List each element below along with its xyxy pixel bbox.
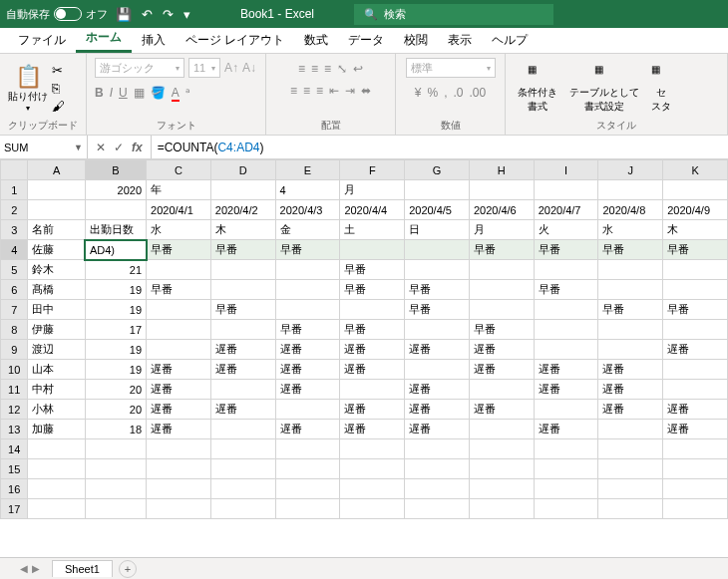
align-top-icon[interactable]: ≡ bbox=[298, 62, 305, 76]
cell[interactable] bbox=[663, 180, 728, 200]
col-header[interactable]: E bbox=[275, 160, 340, 180]
cell[interactable]: 遅番 bbox=[598, 360, 663, 380]
cell[interactable] bbox=[85, 439, 146, 459]
format-painter-icon[interactable]: 🖌 bbox=[52, 99, 65, 114]
tab-data[interactable]: データ bbox=[338, 28, 394, 53]
cell[interactable]: 遅番 bbox=[275, 360, 340, 380]
cell[interactable]: 早番 bbox=[147, 280, 211, 300]
cell[interactable]: 遅番 bbox=[210, 340, 275, 360]
wrap-text-icon[interactable]: ↩ bbox=[353, 62, 363, 76]
row-header[interactable]: 14 bbox=[1, 439, 28, 459]
row-header[interactable]: 8 bbox=[1, 320, 28, 340]
dec-decimal-icon[interactable]: .00 bbox=[470, 86, 487, 100]
cell[interactable]: 遅番 bbox=[340, 360, 405, 380]
col-header[interactable]: H bbox=[469, 160, 534, 180]
cell[interactable]: 遅番 bbox=[340, 340, 405, 360]
cell[interactable]: 遅番 bbox=[275, 340, 340, 360]
search-box[interactable]: 🔍 検索 bbox=[354, 4, 553, 25]
col-header[interactable]: D bbox=[210, 160, 275, 180]
cell[interactable]: 19 bbox=[85, 300, 146, 320]
cell[interactable] bbox=[663, 380, 728, 400]
align-right-icon[interactable]: ≡ bbox=[316, 84, 323, 98]
cell[interactable] bbox=[405, 260, 470, 280]
cell[interactable] bbox=[663, 320, 728, 340]
cell[interactable] bbox=[534, 320, 598, 340]
row-header[interactable]: 2 bbox=[1, 200, 28, 220]
cell[interactable] bbox=[275, 280, 340, 300]
cell[interactable]: 遅番 bbox=[663, 420, 728, 439]
cell[interactable]: 遅番 bbox=[147, 400, 211, 420]
tab-help[interactable]: ヘルプ bbox=[482, 28, 538, 53]
cell[interactable]: 早番 bbox=[663, 300, 728, 320]
cell[interactable]: 遅番 bbox=[405, 420, 470, 439]
cell[interactable]: 木 bbox=[210, 220, 275, 240]
align-center-icon[interactable]: ≡ bbox=[303, 84, 310, 98]
row-header[interactable]: 13 bbox=[1, 420, 28, 439]
cell[interactable] bbox=[340, 380, 405, 400]
cell[interactable] bbox=[534, 439, 598, 459]
col-header[interactable]: B bbox=[85, 160, 146, 180]
cell[interactable] bbox=[210, 499, 275, 519]
cell[interactable]: 早番 bbox=[598, 240, 663, 260]
cell[interactable]: 遅番 bbox=[405, 340, 470, 360]
cell[interactable]: 早番 bbox=[469, 320, 534, 340]
row-header[interactable]: 1 bbox=[1, 180, 28, 200]
cell[interactable]: 髙橋 bbox=[28, 280, 85, 300]
col-header[interactable]: K bbox=[663, 160, 728, 180]
cell[interactable] bbox=[275, 459, 340, 479]
cell[interactable]: 2020/4/6 bbox=[469, 200, 534, 220]
cell[interactable]: 18 bbox=[85, 420, 146, 439]
cell[interactable]: 遅番 bbox=[534, 420, 598, 439]
border-button[interactable]: ▦ bbox=[134, 86, 145, 100]
cell[interactable]: 遅番 bbox=[147, 420, 211, 439]
add-sheet-button[interactable]: + bbox=[119, 560, 137, 578]
bold-button[interactable]: B bbox=[95, 86, 104, 100]
cell[interactable]: 遅番 bbox=[275, 380, 340, 400]
cell[interactable] bbox=[663, 439, 728, 459]
cell[interactable] bbox=[210, 479, 275, 499]
row-header[interactable]: 4 bbox=[1, 240, 28, 260]
cell[interactable]: 遅番 bbox=[405, 380, 470, 400]
cell[interactable] bbox=[534, 340, 598, 360]
autosave-toggle[interactable]: 自動保存 オフ bbox=[6, 7, 108, 22]
cell[interactable] bbox=[275, 479, 340, 499]
cell[interactable]: 2020/4/1 bbox=[147, 200, 211, 220]
col-header[interactable]: A bbox=[28, 160, 85, 180]
cell[interactable]: 早番 bbox=[534, 240, 598, 260]
cell[interactable] bbox=[663, 479, 728, 499]
cell[interactable] bbox=[85, 459, 146, 479]
cell[interactable]: 17 bbox=[85, 320, 146, 340]
row-header[interactable]: 9 bbox=[1, 340, 28, 360]
cell[interactable] bbox=[469, 459, 534, 479]
cell[interactable]: 遅番 bbox=[469, 360, 534, 380]
cell[interactable] bbox=[340, 459, 405, 479]
cell[interactable] bbox=[147, 479, 211, 499]
row-header[interactable]: 12 bbox=[1, 400, 28, 420]
cell[interactable]: 月 bbox=[469, 220, 534, 240]
cell[interactable]: 遅番 bbox=[147, 360, 211, 380]
row-header[interactable]: 15 bbox=[1, 459, 28, 479]
cell[interactable]: 遅番 bbox=[469, 340, 534, 360]
cell[interactable] bbox=[210, 380, 275, 400]
cell[interactable] bbox=[210, 420, 275, 439]
save-icon[interactable]: 💾 bbox=[116, 7, 132, 22]
cell[interactable]: 2020/4/3 bbox=[275, 200, 340, 220]
cell[interactable]: 伊藤 bbox=[28, 320, 85, 340]
cell[interactable]: 早番 bbox=[340, 280, 405, 300]
cell[interactable]: 遅番 bbox=[534, 380, 598, 400]
percent-icon[interactable]: % bbox=[427, 86, 438, 100]
cell[interactable] bbox=[469, 280, 534, 300]
cell[interactable]: 佐藤 bbox=[28, 240, 85, 260]
cell[interactable] bbox=[663, 459, 728, 479]
formula-bar[interactable]: =COUNTA(C4:AD4) bbox=[152, 136, 728, 158]
tab-review[interactable]: 校閲 bbox=[394, 28, 438, 53]
cell[interactable]: 田中 bbox=[28, 300, 85, 320]
cell[interactable] bbox=[598, 260, 663, 280]
merge-icon[interactable]: ⬌ bbox=[361, 84, 371, 98]
cell[interactable] bbox=[85, 200, 146, 220]
cell[interactable] bbox=[663, 280, 728, 300]
cell[interactable]: 遅番 bbox=[210, 400, 275, 420]
cell[interactable]: 小林 bbox=[28, 400, 85, 420]
cell[interactable]: 2020/4/2 bbox=[210, 200, 275, 220]
cell[interactable]: 遅番 bbox=[663, 340, 728, 360]
